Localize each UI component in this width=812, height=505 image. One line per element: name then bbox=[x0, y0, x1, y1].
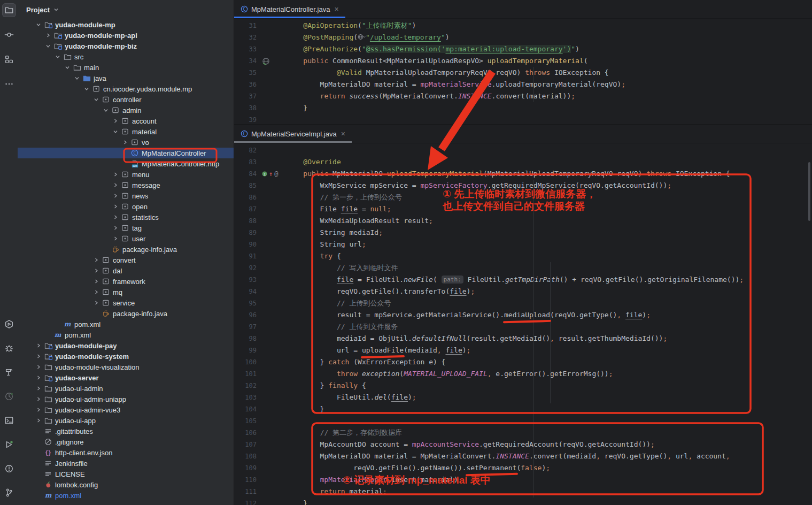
code-line[interactable]: 35 @Valid MpMaterialUploadTemporaryReqVO… bbox=[234, 67, 812, 79]
tree-item[interactable]: yudao-ui-app bbox=[18, 415, 234, 426]
tree-item[interactable]: APIMpMaterialController.http bbox=[18, 158, 234, 169]
chevron-right-icon[interactable] bbox=[111, 118, 120, 124]
tree-item[interactable]: LICENSE bbox=[18, 469, 234, 479]
chevron-right-icon[interactable] bbox=[91, 289, 101, 295]
tree-item[interactable]: mpom.xml bbox=[18, 330, 234, 340]
url-globe-icon[interactable] bbox=[358, 33, 366, 41]
tree-item[interactable]: .gitattributes bbox=[18, 426, 234, 437]
tree-item[interactable]: mpom.xml bbox=[18, 319, 234, 330]
code-line[interactable]: 96 result = mpService.getMaterialService… bbox=[234, 309, 812, 321]
tree-item[interactable]: tag bbox=[18, 223, 234, 233]
code-bottom[interactable]: 8283 @Override84I↑@ public MpMaterialDO … bbox=[234, 143, 812, 505]
chevron-right-icon[interactable] bbox=[111, 235, 120, 242]
tree-item[interactable]: CMpMaterialController bbox=[18, 148, 234, 158]
tree-item[interactable]: package-info.java bbox=[18, 308, 234, 319]
tab-mpmaterialcontroller[interactable]: C MpMaterialController.java × bbox=[234, 0, 345, 18]
tree-item[interactable]: yudao-ui-admin bbox=[18, 383, 234, 394]
code-line[interactable]: 91 try { bbox=[234, 250, 812, 262]
code-line[interactable]: 107 MpAccountDO account = mpAccountServi… bbox=[234, 439, 812, 450]
code-line[interactable]: 82 bbox=[234, 144, 812, 156]
tree-item[interactable]: statistics bbox=[18, 212, 234, 223]
chevron-down-icon[interactable] bbox=[63, 64, 72, 71]
tree-item[interactable]: main bbox=[18, 62, 234, 73]
tree-item[interactable]: yudao-ui-admin-vue3 bbox=[18, 404, 234, 415]
chevron-right-icon[interactable] bbox=[34, 342, 43, 349]
code-line[interactable]: 106 // 第二步，存储到数据库 bbox=[234, 427, 812, 439]
code-line[interactable]: 85 WxMpService mpService = mpServiceFact… bbox=[234, 180, 812, 192]
code-line[interactable]: 103 FileUtil.del(file); bbox=[234, 392, 812, 403]
code-line[interactable]: 88 WxMediaUploadResult result; bbox=[234, 215, 812, 227]
code-line[interactable]: 108 MpMaterialDO material = MpMaterialCo… bbox=[234, 450, 812, 462]
chevron-right-icon[interactable] bbox=[91, 278, 101, 285]
debug-icon[interactable] bbox=[2, 341, 16, 355]
tree-item[interactable]: yudao-ui-admin-uniapp bbox=[18, 394, 234, 404]
chevron-right-icon[interactable] bbox=[34, 353, 43, 359]
code-line[interactable]: 100 } catch (WxErrorException e) { bbox=[234, 356, 812, 368]
tree-item[interactable]: controller bbox=[18, 94, 234, 105]
chevron-right-icon[interactable] bbox=[111, 171, 120, 178]
code-line[interactable]: 92 // 写入到临时文件 bbox=[234, 262, 812, 274]
code-line[interactable]: 83 @Override bbox=[234, 156, 812, 168]
profiler-icon[interactable] bbox=[2, 389, 16, 403]
tree-item[interactable]: {}http-client.env.json bbox=[18, 447, 234, 458]
chevron-down-icon[interactable] bbox=[101, 107, 111, 113]
editor-top[interactable]: C MpMaterialController.java × 31 @ApiOpe… bbox=[234, 0, 812, 124]
code-line[interactable]: 94 reqVO.getFile().transferTo(file); bbox=[234, 286, 812, 297]
code-line[interactable]: 101 throw exception(MATERIAL_UPLOAD_FAIL… bbox=[234, 368, 812, 380]
tree-item[interactable]: Jenkinsfile bbox=[18, 458, 234, 469]
chevron-down-icon[interactable] bbox=[43, 43, 53, 49]
code-line[interactable]: 98 mediaId = ObjUtil.defaultIfNull(resul… bbox=[234, 333, 812, 345]
chevron-down-icon[interactable] bbox=[111, 128, 120, 135]
chevron-down-icon[interactable] bbox=[91, 96, 101, 103]
chevron-right-icon[interactable] bbox=[34, 385, 43, 392]
tree-item[interactable]: cn.iocoder.yudao.module.mp bbox=[18, 83, 234, 94]
tree-item[interactable]: account bbox=[18, 116, 234, 126]
tree-item[interactable]: yudao-module-system bbox=[18, 351, 234, 362]
tree-item[interactable]: user bbox=[18, 233, 234, 244]
scrollbar-thumb[interactable] bbox=[808, 162, 810, 221]
tree-item[interactable]: package-info.java bbox=[18, 244, 234, 255]
tree-item[interactable]: vo bbox=[18, 137, 234, 148]
tab-mpmaterialserviceimpl[interactable]: C MpMaterialServiceImpl.java × bbox=[234, 125, 352, 143]
chevron-right-icon[interactable] bbox=[34, 417, 43, 424]
version-control-icon[interactable] bbox=[2, 486, 16, 500]
code-line[interactable]: 99 url = uploadFile(mediaId, file); bbox=[234, 345, 812, 356]
chevron-down-icon[interactable] bbox=[82, 86, 91, 92]
code-line[interactable]: 95 // 上传到公众号 bbox=[234, 297, 812, 309]
tree-item[interactable]: yudao-module-mp bbox=[18, 19, 234, 30]
chevron-right-icon[interactable] bbox=[43, 32, 53, 39]
code-top[interactable]: 31 @ApiOperation("上传临时素材")32 @PostMappin… bbox=[234, 19, 812, 124]
project-panel-header[interactable]: Project bbox=[18, 0, 234, 19]
tree-item[interactable]: yudao-server bbox=[18, 372, 234, 383]
tree-item[interactable]: framework bbox=[18, 276, 234, 287]
code-line[interactable]: 111 return material; bbox=[234, 486, 812, 498]
tree-item[interactable]: .gitignore bbox=[18, 437, 234, 447]
tree-item[interactable]: service bbox=[18, 297, 234, 308]
chevron-right-icon[interactable] bbox=[111, 182, 120, 188]
chevron-right-icon[interactable] bbox=[120, 139, 130, 146]
chevron-right-icon[interactable] bbox=[111, 225, 120, 231]
code-line[interactable]: 90 String url; bbox=[234, 239, 812, 250]
project-folder-icon[interactable] bbox=[2, 3, 16, 17]
tree-item[interactable]: message bbox=[18, 180, 234, 190]
code-line[interactable]: 31 @ApiOperation("上传临时素材") bbox=[234, 20, 812, 32]
code-line[interactable]: 93 file = FileUtil.newFile( path: FileUt… bbox=[234, 274, 812, 286]
chevron-down-icon[interactable] bbox=[34, 21, 43, 28]
tree-item[interactable]: src bbox=[18, 51, 234, 62]
services-icon[interactable] bbox=[2, 317, 16, 331]
tree-item[interactable]: yudao-module-mp-biz bbox=[18, 41, 234, 51]
code-line[interactable]: 102 } finally { bbox=[234, 380, 812, 392]
close-icon[interactable]: × bbox=[341, 129, 345, 138]
commit-icon[interactable] bbox=[2, 28, 16, 42]
code-line[interactable]: 34 public CommonResult<MpMaterialUploadR… bbox=[234, 55, 812, 67]
chevron-right-icon[interactable] bbox=[34, 407, 43, 413]
chevron-down-icon[interactable] bbox=[72, 75, 82, 81]
tree-item[interactable]: mq bbox=[18, 287, 234, 297]
code-line[interactable]: 39 bbox=[234, 114, 812, 124]
code-line[interactable]: 97 // 上传到文件服务 bbox=[234, 321, 812, 333]
run-icon[interactable] bbox=[2, 438, 16, 452]
chevron-right-icon[interactable] bbox=[34, 374, 43, 381]
more-tools-icon[interactable] bbox=[2, 77, 16, 91]
tree-item[interactable]: admin bbox=[18, 105, 234, 116]
chevron-down-icon[interactable] bbox=[53, 53, 63, 60]
